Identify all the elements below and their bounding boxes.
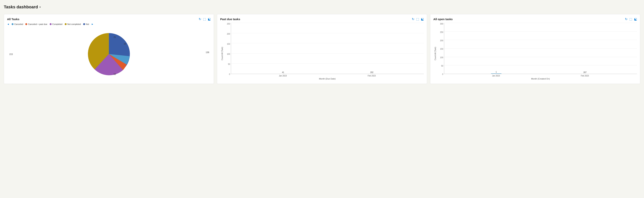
y-tick-150: 150: [227, 43, 230, 45]
past-due-header: Past due tasks ↻ ⬚ ⬕: [220, 17, 424, 21]
all-open-tasks-card: All open tasks ↻ ⬚ ⬕ Count:All (Task) 30…: [430, 14, 640, 84]
legend-label-completed: Completed: [52, 23, 62, 25]
y-tick-50b: 50: [441, 65, 443, 67]
all-open-title: All open tasks: [433, 18, 453, 21]
pie-label-canceled-past-due: 18: [124, 42, 126, 45]
all-open-plot: 1 267 Jan 2023 Feb 2023 Month (Cr: [444, 23, 637, 80]
pie-label-not-completed: 53: [114, 73, 116, 75]
legend-item-canceled: Canceled: [12, 23, 23, 25]
bar-feb-open-group: 267: [580, 71, 590, 74]
legend-dot-not: [83, 23, 85, 25]
past-due-y-axis-label: Count:All (Task): [220, 23, 224, 80]
expand-icon-2[interactable]: ⬕: [421, 17, 424, 21]
past-due-plot: 41 202 Jan 2023 Feb 2023 Month (D: [231, 23, 424, 80]
legend-item-not: Not: [83, 23, 89, 25]
y-tick-0b: 0: [442, 73, 443, 75]
refresh-icon-2[interactable]: ↻: [412, 17, 414, 21]
y-tick-200b: 200: [440, 40, 443, 42]
expand-icon-3[interactable]: ⬕: [634, 17, 637, 21]
all-open-x-title: Month (Created On): [444, 78, 637, 80]
all-open-x-labels: Jan 2023 Feb 2023: [444, 74, 637, 77]
all-tasks-card: All Tasks ↻ ⬚ ⬕ ◄ Canceled Canceled + pa…: [4, 14, 214, 84]
legend-item-not-completed: Not completed: [65, 23, 81, 25]
all-tasks-header: All Tasks ↻ ⬚ ⬕: [7, 17, 211, 21]
pie-label-not: 215: [9, 53, 13, 55]
all-open-bars-area: 1 267: [444, 23, 637, 74]
legend-dot-not-completed: [65, 23, 66, 25]
legend-next[interactable]: ►: [91, 23, 94, 26]
all-open-header: All open tasks ↻ ⬚ ⬕: [433, 17, 637, 21]
legend-dot-canceled-past-due: [25, 23, 27, 25]
bar-jan-2023-group: 41: [278, 71, 288, 74]
bar-jan-value: 41: [282, 71, 284, 74]
dashboard-grid: All Tasks ↻ ⬚ ⬕ ◄ Canceled Canceled + pa…: [4, 14, 640, 84]
all-tasks-icons: ↻ ⬚ ⬕: [199, 17, 211, 21]
past-due-x-title: Month (Due Date): [231, 78, 424, 80]
all-open-y-ticks: 300 250 200 150 100 50 0: [437, 23, 444, 80]
export-icon-3[interactable]: ⬚: [629, 17, 632, 21]
x-label-jan: Jan 2023: [279, 75, 287, 77]
y-tick-250: 250: [227, 23, 230, 25]
past-due-y-ticks: 250 200 150 100 50 0: [224, 23, 231, 80]
past-due-title: Past due tasks: [220, 18, 240, 21]
bar-jan-open-group: 1: [491, 71, 502, 74]
all-open-icons: ↻ ⬚ ⬕: [625, 17, 637, 21]
y-tick-200: 200: [227, 33, 230, 35]
past-due-chart-area: Count:All (Task) 250 200 150 100 50 0: [220, 23, 424, 80]
legend-prev[interactable]: ◄: [7, 23, 9, 26]
chevron-down-icon[interactable]: ▾: [40, 6, 41, 8]
bar-jan-open: [491, 74, 502, 74]
legend-dot-completed: [50, 23, 52, 25]
past-due-x-labels: Jan 2023 Feb 2023: [231, 74, 424, 77]
past-due-icons: ↻ ⬚ ⬕: [412, 17, 424, 21]
past-due-tasks-card: Past due tasks ↻ ⬚ ⬕ Count:All (Task) 25…: [217, 14, 427, 84]
past-due-bars-row: 41 202: [231, 23, 424, 74]
refresh-icon[interactable]: ↻: [199, 17, 201, 21]
legend-label-not-completed: Not completed: [67, 23, 81, 25]
bar-jan-open-value: 1: [496, 71, 497, 73]
y-tick-100: 100: [227, 53, 230, 55]
all-open-y-axis-label: Count:All (Task): [433, 23, 437, 80]
y-tick-0: 0: [229, 73, 230, 75]
y-tick-250b: 250: [440, 31, 443, 33]
all-tasks-legend: ◄ Canceled Canceled + past due Completed…: [7, 23, 211, 26]
x-label-feb-open: Feb 2023: [581, 75, 589, 77]
page-header: Tasks dashboard ▾: [4, 4, 640, 10]
x-label-feb: Feb 2023: [368, 75, 376, 77]
pie-label-canceled: 21: [114, 36, 116, 38]
bar-feb-2023-group: 202: [366, 71, 377, 74]
page-title: Tasks dashboard: [4, 4, 38, 10]
x-label-jan-open: Jan 2023: [492, 75, 500, 77]
pie-chart-container: 215 21 18 138 53: [7, 28, 211, 81]
y-tick-50: 50: [228, 63, 230, 65]
refresh-icon-3[interactable]: ↻: [625, 17, 628, 21]
legend-label-canceled-past-due: Canceled + past due: [28, 23, 47, 25]
legend-label-not: Not: [86, 23, 89, 25]
pie-label-completed: 138: [206, 51, 209, 54]
legend-label-canceled: Canceled: [14, 23, 23, 25]
y-tick-150b: 150: [440, 48, 443, 50]
legend-item-canceled-past-due: Canceled + past due: [25, 23, 47, 25]
all-tasks-title: All Tasks: [7, 18, 20, 21]
export-icon-2[interactable]: ⬚: [416, 17, 419, 21]
legend-dot-canceled: [12, 23, 14, 25]
export-icon[interactable]: ⬚: [203, 17, 206, 21]
all-open-chart-area: Count:All (Task) 300 250 200 150 100 50 …: [433, 23, 637, 80]
y-tick-300: 300: [440, 23, 443, 25]
bar-feb-value: 202: [370, 71, 374, 74]
pie-chart: [84, 29, 134, 79]
past-due-bars-area: 41 202: [231, 23, 424, 74]
bar-feb-open-value: 267: [583, 71, 586, 74]
expand-icon[interactable]: ⬕: [208, 17, 211, 21]
all-open-bars-row: 1 267: [444, 23, 637, 74]
legend-item-completed: Completed: [50, 23, 62, 25]
y-tick-100b: 100: [440, 56, 443, 58]
